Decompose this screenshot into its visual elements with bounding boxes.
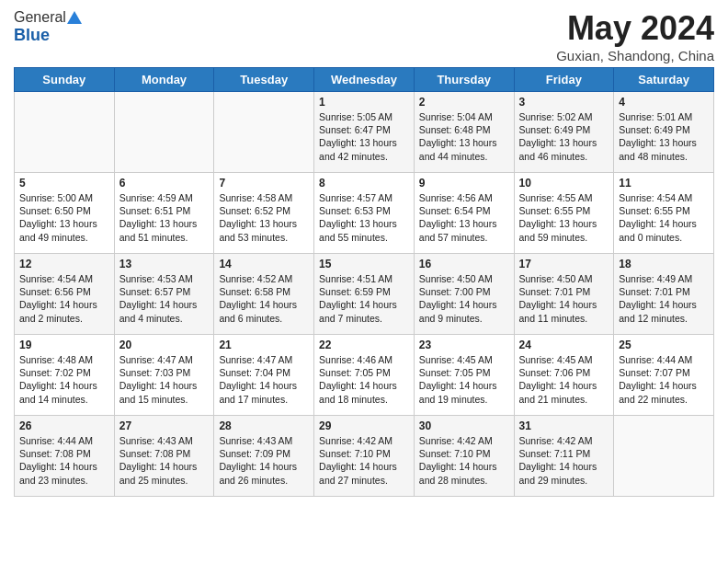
day-info-line: Sunrise: 4:50 AM [519,272,609,285]
day-info-line: Sunrise: 5:01 AM [619,110,709,123]
day-number: 30 [419,419,509,432]
day-info-line: and 15 minutes. [119,393,210,406]
day-number: 2 [419,96,509,109]
day-number: 13 [119,258,210,270]
day-info-line: Sunset: 7:10 PM [319,447,409,460]
day-number: 26 [19,419,109,432]
day-info-line: and 51 minutes. [119,231,210,244]
day-info-line: Daylight: 14 hours [619,217,709,230]
day-info-line: and 22 minutes. [619,393,709,406]
day-number: 3 [519,96,609,109]
day-cell [214,92,314,173]
day-info-line: Daylight: 14 hours [619,298,709,311]
svg-marker-0 [67,11,82,24]
day-info-line: Sunset: 6:58 PM [219,285,309,298]
day-info-line: Sunset: 7:05 PM [419,366,509,379]
calendar-table: SundayMondayTuesdayWednesdayThursdayFrid… [14,67,714,497]
day-number: 7 [219,177,309,190]
day-info-line: Sunrise: 4:52 AM [219,272,309,285]
day-info-line: Sunrise: 4:58 AM [219,191,309,204]
day-info-line: Sunrise: 5:05 AM [319,110,409,123]
day-info-line: Daylight: 13 hours [119,217,210,230]
day-cell: 31Sunrise: 4:42 AMSunset: 7:11 PMDayligh… [514,416,614,497]
day-info-line: Sunrise: 4:51 AM [319,272,409,285]
day-cell: 7Sunrise: 4:58 AMSunset: 6:52 PMDaylight… [214,173,314,254]
day-header-wednesday: Wednesday [314,68,415,92]
day-info-line: and 57 minutes. [419,231,509,244]
day-cell: 16Sunrise: 4:50 AMSunset: 7:00 PMDayligh… [414,254,514,335]
day-info-line: and 26 minutes. [219,474,309,487]
day-info-line: and 28 minutes. [419,474,509,487]
day-info-line: and 12 minutes. [619,312,709,325]
day-info-line: Sunset: 7:08 PM [19,447,109,460]
day-info-line: Sunset: 7:01 PM [619,285,709,298]
day-info-line: Sunset: 7:09 PM [219,447,309,460]
day-info-line: Daylight: 14 hours [419,379,509,392]
day-info-line: Daylight: 13 hours [319,136,409,149]
day-number: 18 [619,258,709,270]
title-area: May 2024 Guxian, Shandong, China [556,9,714,63]
day-info-line: Sunrise: 4:48 AM [19,353,109,366]
header: General Blue May 2024 Guxian, Shandong, … [14,9,714,63]
day-info-line: Sunrise: 4:44 AM [619,353,709,366]
day-header-tuesday: Tuesday [214,68,314,92]
day-number: 21 [219,339,309,351]
day-info-line: Sunrise: 4:47 AM [119,353,210,366]
day-cell: 11Sunrise: 4:54 AMSunset: 6:55 PMDayligh… [614,173,714,254]
day-cell: 19Sunrise: 4:48 AMSunset: 7:02 PMDayligh… [15,335,115,416]
day-info-line: and 59 minutes. [519,231,609,244]
day-info-line: and 42 minutes. [319,150,409,163]
day-info-line: and 6 minutes. [219,312,309,325]
day-info-line: Sunset: 6:47 PM [319,123,409,136]
day-info-line: Daylight: 14 hours [519,460,609,473]
day-number: 27 [119,419,210,432]
day-info-line: and 29 minutes. [519,474,609,487]
day-info-line: and 48 minutes. [619,150,709,163]
day-info-line: Sunset: 6:55 PM [619,204,709,217]
day-info-line: Daylight: 13 hours [419,136,509,149]
day-info-line: Sunrise: 5:04 AM [419,110,509,123]
day-info-line: Sunset: 7:05 PM [319,366,409,379]
day-info-line: Sunset: 6:49 PM [519,123,609,136]
day-cell: 26Sunrise: 4:44 AMSunset: 7:08 PMDayligh… [15,416,115,497]
day-info-line: Daylight: 14 hours [219,379,309,392]
logo-blue-text: Blue [14,26,50,44]
day-info-line: Sunrise: 4:54 AM [19,272,109,285]
day-info-line: Sunset: 6:51 PM [119,204,210,217]
day-cell: 17Sunrise: 4:50 AMSunset: 7:01 PMDayligh… [514,254,614,335]
day-info-line: and 18 minutes. [319,393,409,406]
day-info-line: Sunrise: 4:42 AM [319,434,409,447]
day-info-line: and 27 minutes. [319,474,409,487]
day-cell [15,92,115,173]
day-cell: 20Sunrise: 4:47 AMSunset: 7:03 PMDayligh… [114,335,214,416]
day-info-line: Sunrise: 4:47 AM [219,353,309,366]
day-info-line: and 23 minutes. [19,474,109,487]
day-cell: 24Sunrise: 4:45 AMSunset: 7:06 PMDayligh… [514,335,614,416]
day-info-line: Sunrise: 4:43 AM [119,434,210,447]
day-number: 25 [619,339,709,351]
day-cell: 25Sunrise: 4:44 AMSunset: 7:07 PMDayligh… [614,335,714,416]
day-number: 5 [19,177,109,190]
day-info-line: and 17 minutes. [219,393,309,406]
day-info-line: Daylight: 14 hours [119,298,210,311]
day-info-line: Daylight: 13 hours [19,217,109,230]
day-info-line: Sunset: 7:00 PM [419,285,509,298]
day-number: 1 [319,96,409,109]
day-number: 28 [219,419,309,432]
day-info-line: Daylight: 13 hours [419,217,509,230]
day-cell: 27Sunrise: 4:43 AMSunset: 7:08 PMDayligh… [114,416,214,497]
day-number: 4 [619,96,709,109]
day-number: 8 [319,177,409,190]
day-cell: 22Sunrise: 4:46 AMSunset: 7:05 PMDayligh… [314,335,415,416]
day-number: 14 [219,258,309,270]
day-cell [114,92,214,173]
day-info-line: Daylight: 14 hours [19,379,109,392]
week-row-4: 26Sunrise: 4:44 AMSunset: 7:08 PMDayligh… [15,416,714,497]
day-cell: 5Sunrise: 5:00 AMSunset: 6:50 PMDaylight… [15,173,115,254]
day-info-line: Daylight: 14 hours [19,298,109,311]
day-cell: 14Sunrise: 4:52 AMSunset: 6:58 PMDayligh… [214,254,314,335]
day-info-line: and 2 minutes. [19,312,109,325]
day-cell: 10Sunrise: 4:55 AMSunset: 6:55 PMDayligh… [514,173,614,254]
day-cell: 15Sunrise: 4:51 AMSunset: 6:59 PMDayligh… [314,254,415,335]
days-of-week-row: SundayMondayTuesdayWednesdayThursdayFrid… [15,68,714,92]
